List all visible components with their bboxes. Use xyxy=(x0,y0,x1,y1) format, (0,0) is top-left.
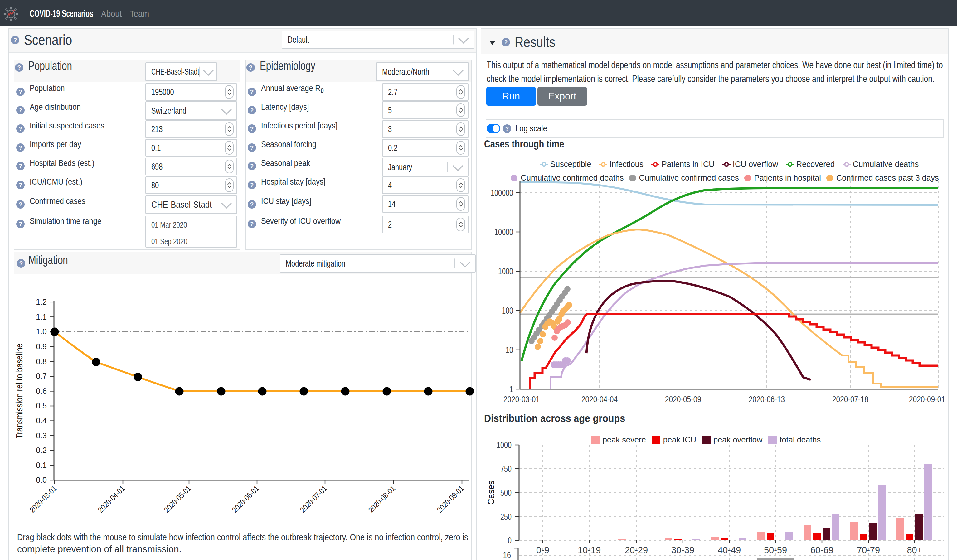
svg-text:1000: 1000 xyxy=(497,440,512,450)
svg-text:750: 750 xyxy=(500,464,512,474)
svg-text:Cases: Cases xyxy=(486,481,496,505)
svg-text:250: 250 xyxy=(500,512,512,522)
svg-text:0: 0 xyxy=(508,535,512,545)
svg-text:500: 500 xyxy=(500,487,512,498)
svg-text:16: 16 xyxy=(503,550,511,560)
